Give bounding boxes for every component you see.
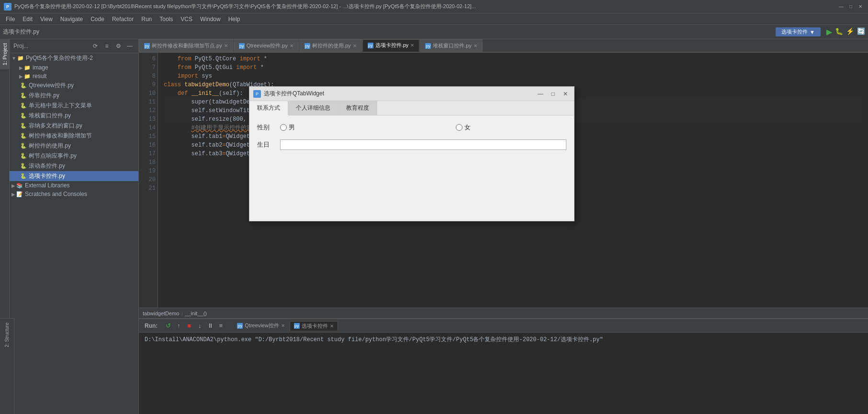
tab-close-4[interactable]: ✕ [473, 43, 477, 48]
menu-run[interactable]: Run [137, 13, 156, 24]
popup-tab-2[interactable]: 教育程度 [338, 101, 377, 115]
breadcrumb-method[interactable]: __init__() [185, 310, 207, 316]
run-tabs-bar: Run: ↺↑■↓⏸≡ pyQtreeview控件✕py选项卡控件✕ [139, 319, 868, 333]
debug-btn[interactable]: 🐛 [835, 27, 843, 36]
tree-item-2[interactable]: ▶📁result [10, 72, 138, 80]
sidebar-title: Proj... [13, 43, 89, 49]
rerun-btn[interactable]: ↺ [163, 321, 173, 331]
sidebar-sync-btn[interactable]: ⟳ [90, 41, 100, 51]
editor-tab-3[interactable]: py选项卡控件.py✕ [362, 39, 420, 52]
tree-item-1[interactable]: ▶📁image [10, 63, 138, 72]
gender-male[interactable]: 男 [280, 123, 295, 132]
window-title: PyQt5各个复杂控件使用-2020-02-12 [D:\Byrbt2018\R… [14, 3, 837, 10]
line-num-7: 7 [143, 63, 156, 72]
menu-file[interactable]: File [2, 13, 19, 24]
gender-radio-group: 男 女 [280, 123, 566, 132]
settings-btn[interactable]: ≡ [216, 321, 225, 331]
popup-tab-1[interactable]: 个人详细信息 [288, 101, 338, 115]
popup-window: P 选项卡控件QTabWidget — □ ✕ 联系方式个人详细信息教育程度 性… [249, 86, 575, 221]
run-tab-icon-1: py [294, 323, 300, 329]
tab-close-3[interactable]: ✕ [410, 43, 414, 48]
breadcrumb-class[interactable]: tabwidgetDemo [143, 310, 179, 316]
coverage-btn[interactable]: ⚡ [846, 27, 854, 36]
tree-item-10[interactable]: 🐍树节点响应事件.py [10, 151, 138, 161]
stop-btn[interactable]: ■ [184, 321, 194, 331]
vtab-project[interactable]: 1: Project [0, 39, 9, 69]
tab-icon-0: py [144, 43, 150, 49]
tab-icon-3: py [368, 43, 373, 48]
menu-tools[interactable]: Tools [156, 13, 177, 24]
run-tab-close-0[interactable]: ✕ [281, 323, 285, 328]
maximize-btn[interactable]: □ [847, 3, 855, 11]
line-num-19: 19 [143, 167, 156, 175]
tree-item-9[interactable]: 🐍树控件的使用.py [10, 141, 138, 151]
menu-code[interactable]: Code [87, 13, 108, 24]
editor-tab-2[interactable]: py树控件的使用.py✕ [299, 39, 362, 52]
line-num-6: 6 [143, 55, 156, 63]
run-btn[interactable]: ▶ [826, 27, 832, 36]
line-num-8: 8 [143, 72, 156, 80]
editor-tab-0[interactable]: py树控件修改和删除增加节点.py✕ [139, 39, 233, 52]
menu-help[interactable]: Help [225, 13, 244, 24]
tree-item-12[interactable]: 🐍选项卡控件.py [10, 171, 138, 181]
tree-item-3[interactable]: 🐍Qtreeview控件.py [10, 80, 138, 91]
menu-view[interactable]: View [36, 13, 56, 24]
run-tab-close-1[interactable]: ✕ [330, 323, 334, 329]
tab-close-2[interactable]: ✕ [353, 43, 357, 48]
breadcrumb-sep: › [181, 310, 183, 316]
line-num-11: 11 [143, 98, 156, 106]
popup-minimize-btn[interactable]: — [536, 89, 545, 99]
vtab-structure[interactable]: 2: Structure [2, 321, 11, 349]
tree-item-14[interactable]: ▶📝Scratches and Consoles [10, 190, 138, 198]
gender-male-label: 男 [289, 123, 295, 132]
minimize-btn[interactable]: — [837, 3, 845, 11]
tree-item-4[interactable]: 🐍停靠控件.py [10, 91, 138, 101]
tree-item-13[interactable]: ▶📚External Libraries [10, 181, 138, 190]
radio-female-circle[interactable] [456, 124, 462, 131]
menu-window[interactable]: Window [196, 13, 225, 24]
sidebar-collapse-btn[interactable]: — [125, 41, 135, 51]
popup-close-btn[interactable]: ✕ [561, 89, 570, 99]
gender-female[interactable]: 女 [456, 123, 471, 132]
tab-close-1[interactable]: ✕ [290, 43, 293, 48]
menu-navigate[interactable]: Navigate [56, 13, 87, 24]
tree-item-0[interactable]: ▼📁PyQt5各个复杂控件使用-2 [10, 53, 138, 63]
sidebar-settings-btn[interactable]: ⚙ [113, 41, 123, 51]
sidebar-expand-btn[interactable]: ≡ [102, 41, 112, 51]
line-num-16: 16 [143, 141, 156, 150]
editor-tab-1[interactable]: pyQtreeview控件.py✕ [234, 39, 299, 52]
popup-content: 性别 男 女 生日 [249, 115, 574, 221]
popup-tab-0[interactable]: 联系方式 [249, 101, 288, 115]
run-output-text: D:\Install\ANACONDA2\python.exe "D:/Byrb… [145, 336, 603, 343]
tree-item-5[interactable]: 🐍单元格中显示上下文菜单 [10, 101, 138, 111]
profile-btn[interactable]: 🔄 [857, 27, 865, 36]
tab-close-0[interactable]: ✕ [224, 43, 228, 48]
run-tab-icon-0: py [237, 323, 243, 329]
tree-item-8[interactable]: 🐍树控件修改和删除增加节 [10, 131, 138, 141]
tree-item-6[interactable]: 🐍堆栈窗口控件.py [10, 111, 138, 121]
popup-maximize-btn[interactable]: □ [548, 89, 558, 99]
run-config-btn[interactable]: 选项卡控件 ▼ [776, 27, 821, 36]
popup-tabs: 联系方式个人详细信息教育程度 [249, 101, 574, 115]
run-tab-1[interactable]: py选项卡控件✕ [290, 321, 338, 331]
tree-item-11[interactable]: 🐍滚动条控件.py [10, 161, 138, 171]
menu-edit[interactable]: Edit [19, 13, 36, 24]
pause-btn[interactable]: ⏸ [205, 321, 215, 331]
bottom-left-strip: 2: Structure [0, 318, 14, 414]
menu-refactor[interactable]: Refactor [108, 13, 137, 24]
tab-icon-1: py [239, 43, 245, 49]
editor-tab-4[interactable]: py堆栈窗口控件.py✕ [420, 39, 483, 52]
scroll-up-btn[interactable]: ↑ [174, 321, 183, 331]
menu-vcs[interactable]: VCS [177, 13, 196, 24]
birthday-input[interactable] [280, 139, 566, 150]
radio-male-circle[interactable] [280, 124, 287, 131]
run-tab-0[interactable]: pyQtreeview控件✕ [233, 321, 289, 331]
close-btn[interactable]: ✕ [857, 3, 864, 11]
run-tab-label-0: Qtreeview控件 [245, 322, 279, 329]
tab-label-0: 树控件修改和删除增加节点.py [152, 42, 222, 49]
tree-item-7[interactable]: 🐍容纳多文档的窗口.py [10, 121, 138, 131]
scroll-down-btn[interactable]: ↓ [195, 321, 204, 331]
line-numbers: 6789101112131415161718192021 [139, 53, 158, 308]
birthday-label: 生日 [257, 140, 276, 149]
code-line-6: from PyQt5.QtCore import * [164, 55, 862, 63]
